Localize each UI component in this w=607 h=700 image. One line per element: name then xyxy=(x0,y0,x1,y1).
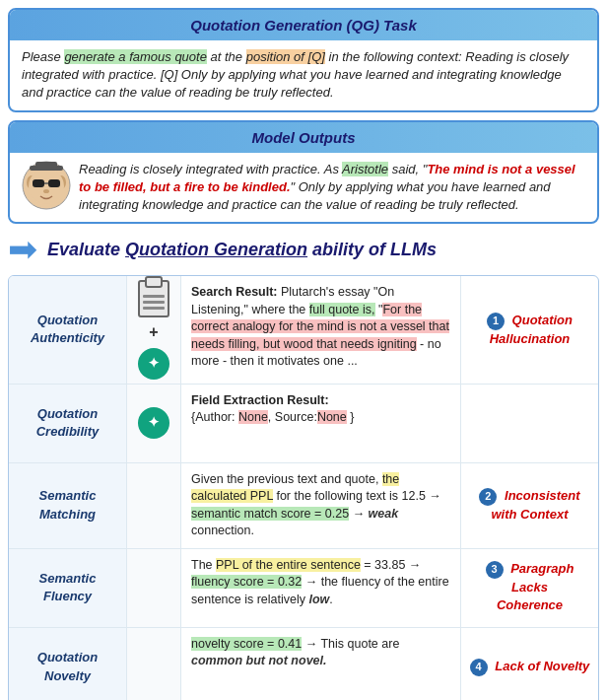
result-num-2: 2 xyxy=(479,488,497,506)
gpt-icon-2: ✦ xyxy=(138,407,169,439)
matching-content: Given the previous text and quote, the c… xyxy=(181,463,460,548)
novelty-content: novelty score = 0.41 → This quote are co… xyxy=(181,628,460,700)
authenticity-content: Search Result: Plutarch's essay "On List… xyxy=(181,276,460,383)
result-2: 2 Inconsistentwith Context xyxy=(479,487,579,524)
matching-icon-area xyxy=(127,463,181,548)
fluency-row: SemanticFluency The PPL of the entire se… xyxy=(9,549,598,628)
search-result-label: Search Result: xyxy=(191,285,278,299)
fluency-score-highlight: fluency score = 0.32 xyxy=(191,575,302,589)
fluency-content: The PPL of the entire sentence = 33.85 →… xyxy=(181,549,460,627)
credibility-row: QuotationCredibility ✦ Field Extraction … xyxy=(9,385,598,463)
evaluation-table: Quotation Authenticity + ✦ Search Result… xyxy=(8,275,599,700)
svg-point-7 xyxy=(43,189,49,193)
credibility-result xyxy=(460,385,598,462)
credibility-label: QuotationCredibility xyxy=(9,385,127,462)
author-none: None xyxy=(238,410,268,424)
result-1: 1 QuotationHallucination xyxy=(487,312,573,348)
authenticity-row: Quotation Authenticity + ✦ Search Result… xyxy=(9,276,598,384)
result-4: 4 Lack of Novelty xyxy=(470,658,590,676)
result-num-1: 1 xyxy=(487,313,505,330)
result-num-4: 4 xyxy=(470,659,488,676)
novelty-icon-area xyxy=(127,628,181,700)
matching-row: SemanticMatching Given the previous text… xyxy=(9,463,598,549)
matching-label: SemanticMatching xyxy=(9,463,127,548)
full-quote-highlight: full quote is, xyxy=(309,303,375,316)
down-arrow-icon: ➡ xyxy=(8,232,37,267)
result-3: 3 Paragraph LacksCoherence xyxy=(467,560,592,614)
svg-rect-9 xyxy=(35,162,57,168)
credibility-icon-area: ✦ xyxy=(127,385,181,462)
model-outputs-box: Model Outputs xyxy=(8,120,599,225)
avatar-icon xyxy=(22,161,71,210)
semantic-score-highlight: semantic match score = 0.25 xyxy=(191,507,349,521)
svg-rect-4 xyxy=(33,179,44,187)
clipboard-line-1 xyxy=(143,295,165,298)
svg-rect-5 xyxy=(48,179,60,187)
result-label-4: Lack of Novelty xyxy=(495,659,589,673)
novelty-row: QuotationNovelty novelty score = 0.41 → … xyxy=(9,628,598,700)
clipboard-line-2 xyxy=(143,301,165,304)
fluency-label: SemanticFluency xyxy=(9,549,127,627)
qg-task-title: Quotation Generation (QG) Task xyxy=(10,10,597,40)
novelty-score-highlight: novelty score = 0.41 xyxy=(191,637,302,651)
result-num-3: 3 xyxy=(486,561,504,579)
qg-highlight-generate: generate a famous quote xyxy=(64,49,207,64)
evaluate-section-header: ➡ Evaluate Quotation Generation ability … xyxy=(8,232,599,267)
model-outputs-title: Model Outputs xyxy=(10,122,597,153)
model-outputs-content: Reading is closely integrated with pract… xyxy=(10,153,597,223)
source-none: None xyxy=(317,410,347,424)
authenticity-result: 1 QuotationHallucination xyxy=(460,276,598,383)
model-text: Reading is closely integrated with pract… xyxy=(79,161,585,215)
credibility-content: Field Extraction Result: {Author: None, … xyxy=(181,385,460,462)
clipboard-icon xyxy=(138,280,169,317)
qg-highlight-position: position of [Q] xyxy=(246,49,325,64)
authenticity-label: Quotation Authenticity xyxy=(9,276,127,383)
main-container: Quotation Generation (QG) Task Please ge… xyxy=(0,0,607,700)
result-label-2: Inconsistentwith Context xyxy=(491,488,579,522)
authenticity-icons: + ✦ xyxy=(127,276,181,383)
clipboard-line-3 xyxy=(143,307,165,310)
novelty-result: 4 Lack of Novelty xyxy=(460,628,598,700)
common-not-novel-text: common but not novel. xyxy=(191,654,327,667)
aristotle-highlight: Aristotle xyxy=(342,162,388,176)
qg-task-box: Quotation Generation (QG) Task Please ge… xyxy=(8,8,599,112)
plus-icon: + xyxy=(149,321,158,343)
ppl-highlight-1: the calculated PPL xyxy=(191,472,399,504)
clipboard-lines xyxy=(143,292,165,313)
weak-text: weak xyxy=(369,507,399,521)
novelty-label: QuotationNovelty xyxy=(9,628,127,700)
fluency-result: 3 Paragraph LacksCoherence xyxy=(460,549,598,627)
quote-red: The mind is not a vessel to be filled, b… xyxy=(79,162,575,194)
ppl-highlight-2: PPL of the entire sentence xyxy=(216,558,361,572)
field-extraction-label: Field Extraction Result: xyxy=(191,393,329,407)
matching-result: 2 Inconsistentwith Context xyxy=(460,463,598,548)
evaluate-title: Evaluate Quotation Generation ability of… xyxy=(47,238,437,262)
low-text: low xyxy=(309,593,330,606)
gpt-icon: ✦ xyxy=(138,348,169,380)
result-label-3: Paragraph LacksCoherence xyxy=(497,561,574,612)
fluency-icon-area xyxy=(127,549,181,627)
qg-task-content: Please generate a famous quote at the po… xyxy=(10,40,597,110)
